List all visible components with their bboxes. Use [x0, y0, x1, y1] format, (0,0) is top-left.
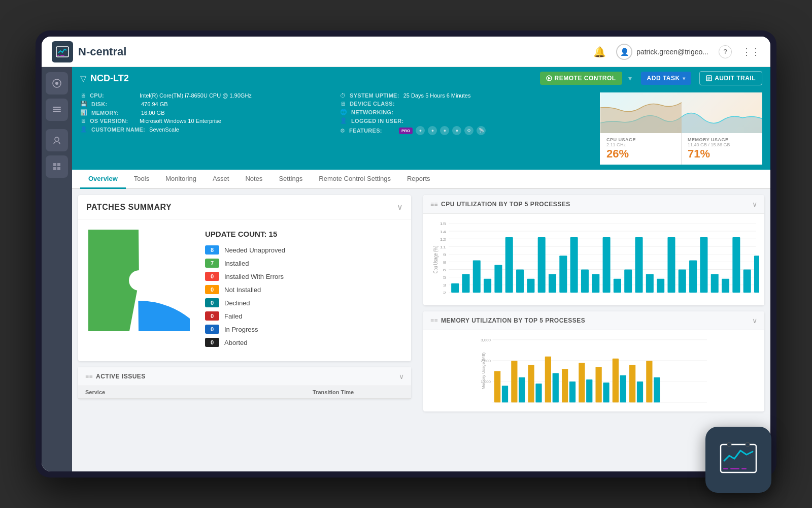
issues-collapse[interactable]: ∨ [399, 372, 404, 380]
pro-badge: PRO [399, 128, 413, 134]
legend-item: 0 In Progress [205, 325, 401, 334]
device-chevron[interactable]: ▽ [80, 74, 86, 83]
svg-rect-39 [451, 283, 459, 293]
legend-item: 0 Not Installed [205, 285, 401, 294]
tab-tools[interactable]: Tools [126, 170, 157, 189]
svg-rect-48 [549, 274, 556, 293]
svg-rect-54 [614, 279, 621, 293]
user-email: patrick.green@trigeo... [636, 48, 708, 56]
legend-item: 7 Installed [205, 259, 401, 268]
tab-remote-control-settings[interactable]: Remote Control Settings [311, 170, 399, 189]
remote-control-button[interactable]: REMOTE CONTROL [540, 72, 622, 85]
feature-icon-4: ● [452, 126, 461, 135]
user-avatar: 👤 [616, 44, 632, 60]
add-task-button[interactable]: ADD TASK ▾ [641, 72, 692, 85]
device-header: ▽ NCD-LT2 REMOTE CONTROL ▾ ADD TASK ▾ [72, 67, 770, 89]
tab-overview[interactable]: Overview [80, 170, 126, 189]
svg-rect-60 [679, 270, 686, 293]
device-frame: N-central 🔔 👤 patrick.green@trigeo... ? … [36, 30, 776, 478]
svg-rect-95 [637, 382, 643, 402]
svg-rect-58 [657, 279, 664, 293]
svg-rect-45 [516, 270, 524, 293]
main-layout: ▽ NCD-LT2 REMOTE CONTROL ▾ ADD TASK ▾ [42, 67, 770, 471]
svg-rect-85 [629, 365, 635, 402]
feature-icon-1: ● [416, 126, 425, 135]
svg-rect-5 [53, 109, 61, 110]
patches-card: PATCHES SUMMARY ∨ [78, 195, 411, 361]
device-info-col-right: ⏱ SYSTEM UPTIME: 25 Days 5 Hours 6 Minut… [340, 92, 590, 165]
cpu-chart-title: ≡≡ CPU UTILIZATION BY TOP 5 PROCESSES [430, 201, 570, 208]
legend-item: 0 Declined [205, 298, 401, 307]
svg-rect-84 [613, 359, 619, 402]
update-count-title: UPDATE COUNT: 15 [205, 230, 401, 238]
bell-icon[interactable]: 🔔 [593, 46, 606, 58]
sidebar-item-3[interactable] [46, 129, 68, 151]
memory-chart-body: 3,000 2,000 1,000 Memory Usage (MB) [423, 330, 764, 411]
svg-rect-64 [722, 279, 729, 293]
bottom-badge [705, 427, 771, 493]
issues-header: ≡≡ ACTIVE ISSUES ∨ [78, 367, 411, 386]
sidebar-item-2[interactable] [46, 99, 68, 121]
feature-icon-3: ● [440, 126, 449, 135]
issues-table-header: Service Transition Time [78, 386, 411, 399]
svg-rect-65 [732, 237, 740, 293]
svg-rect-67 [754, 256, 759, 293]
tab-notes[interactable]: Notes [237, 170, 270, 189]
tab-monitoring[interactable]: Monitoring [157, 170, 205, 189]
svg-rect-62 [700, 237, 707, 293]
active-issues-card: ≡≡ ACTIVE ISSUES ∨ Service Transition Ti… [78, 367, 411, 399]
svg-text:9: 9 [443, 252, 446, 257]
tab-asset[interactable]: Asset [205, 170, 238, 189]
svg-text:3: 3 [443, 283, 446, 288]
help-icon[interactable]: ? [719, 45, 732, 58]
patches-collapse[interactable]: ∨ [397, 202, 403, 212]
left-panel: PATCHES SUMMARY ∨ [72, 189, 417, 471]
content-area: ▽ NCD-LT2 REMOTE CONTROL ▾ ADD TASK ▾ [72, 67, 770, 471]
top-nav: N-central 🔔 👤 patrick.green@trigeo... ? … [42, 37, 770, 67]
svg-rect-40 [462, 274, 469, 293]
svg-rect-52 [592, 274, 599, 293]
svg-text:11: 11 [440, 244, 447, 249]
svg-rect-55 [624, 270, 632, 293]
svg-text:15: 15 [440, 221, 447, 226]
memory-metric: MEMORY USAGE 11.40 GB / 15.86 GB 71% [682, 133, 762, 165]
patches-title: PATCHES SUMMARY [86, 203, 172, 212]
user-area[interactable]: 👤 patrick.green@trigeo... [616, 44, 708, 60]
svg-rect-83 [596, 367, 602, 402]
svg-text:Memory Usage (MB): Memory Usage (MB) [481, 352, 486, 389]
svg-rect-61 [689, 260, 697, 292]
svg-rect-79 [528, 365, 534, 402]
device-info-col-left: 🖥 CPU: Intel(R) Core(TM) i7-8650U CPU @ … [80, 92, 330, 165]
metrics-chart-area [600, 92, 762, 133]
svg-rect-53 [603, 237, 611, 293]
svg-rect-63 [711, 274, 719, 293]
audit-trail-button[interactable]: AUDIT TRAIL [699, 71, 762, 85]
features-row: PRO ● ● ● ● ⚙ 📡 [399, 126, 486, 135]
patches-content: UPDATE COUNT: 15 8 Needed Unapproved 7 I… [78, 219, 411, 361]
app-title: N-central [78, 45, 126, 58]
svg-rect-56 [635, 237, 643, 293]
tab-reports[interactable]: Reports [399, 170, 438, 189]
sidebar-item-4[interactable] [46, 155, 68, 178]
nav-icons: 🔔 👤 patrick.green@trigeo... ? ⋮⋮ [593, 44, 760, 60]
sidebar-item-1[interactable] [46, 72, 68, 94]
svg-rect-6 [53, 111, 61, 112]
cpu-chart-collapse[interactable]: ∨ [752, 200, 757, 208]
memory-chart-title: ≡≡ MEMORY UTILIZATION BY TOP 5 PROCESSES [430, 317, 585, 324]
tab-settings[interactable]: Settings [270, 170, 311, 189]
grid-icon[interactable]: ⋮⋮ [742, 46, 760, 57]
legend-item: 0 Failed [205, 311, 401, 321]
svg-text:6: 6 [443, 268, 446, 272]
feature-icon-6: 📡 [477, 126, 486, 135]
svg-rect-50 [570, 237, 578, 293]
svg-rect-2 [60, 55, 64, 56]
patches-header: PATCHES SUMMARY ∨ [78, 195, 411, 219]
remote-control-dropdown[interactable]: ▾ [628, 74, 632, 82]
legend-item: 8 Needed Unapproved [205, 245, 401, 255]
logo-area: N-central [52, 41, 126, 62]
svg-marker-10 [548, 77, 551, 80]
svg-rect-91 [569, 382, 576, 402]
metrics-panel: CPU USAGE 2.11 GHz 26% MEMORY USAGE 11.4… [600, 92, 762, 165]
memory-chart-collapse[interactable]: ∨ [752, 316, 757, 325]
logo-icon [52, 41, 73, 62]
